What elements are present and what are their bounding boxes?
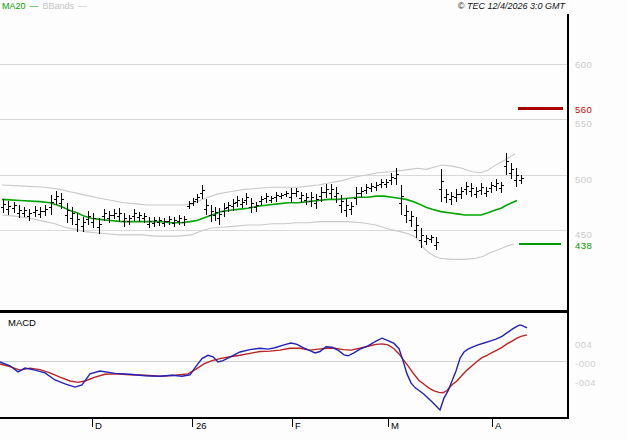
chart-legend: MA20—BBands— <box>2 1 91 11</box>
macd-label-neg: -004 <box>575 378 596 388</box>
price-label-500: 500 <box>575 175 592 185</box>
price-label-600: 600 <box>575 60 592 70</box>
copyright-text: © TEC 12/4/2026 3:0 GMT <box>458 1 565 11</box>
stock-chart: MA20—BBands— © TEC 12/4/2026 3:0 GMT MAC… <box>0 0 627 440</box>
price-label-438: 438 <box>575 241 592 251</box>
macd-label-pos: 004 <box>575 340 592 350</box>
bbands-legend-label: BBands <box>43 1 75 11</box>
chart-canvas <box>0 0 627 440</box>
bbands-legend-swatch-icon: — <box>78 1 87 11</box>
month-label-a: A <box>495 421 501 431</box>
ma20-legend-label: MA20 <box>2 1 26 11</box>
month-label-f: F <box>295 421 301 431</box>
price-label-550: 550 <box>575 119 592 129</box>
month-label-26: 26 <box>196 421 207 431</box>
ma20-legend-swatch-icon: — <box>30 1 39 11</box>
macd-panel-title: MACD <box>8 317 36 328</box>
month-label-m: M <box>391 421 399 431</box>
macd-label-zero: -000 <box>575 359 596 369</box>
price-label-450: 450 <box>575 230 592 240</box>
price-label-560: 560 <box>575 105 592 115</box>
month-label-d: D <box>95 421 102 431</box>
